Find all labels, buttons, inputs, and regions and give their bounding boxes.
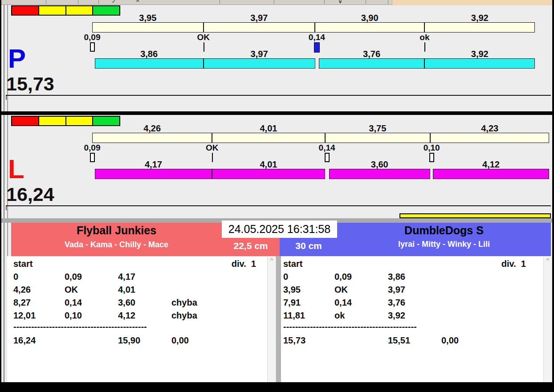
table-cell: 0,09 [65,272,82,282]
toolbar-separator [220,0,220,4]
changeover-label: OK [192,143,232,153]
toolbar-separator [98,0,99,4]
scroll-up-icon[interactable]: ^ [544,257,552,263]
left-result-table [7,256,276,382]
split-time-label: 3,97 [204,13,315,23]
clean-time-cell: 15,51 [388,335,410,346]
total-bar-divider [424,22,425,33]
total-bar-divider [212,133,212,143]
changeover-label: 0,09 [72,143,112,153]
table-cell: 8,27 [13,298,31,308]
table-cell: ok [334,310,345,321]
table-cell: 0,09 [334,272,352,282]
table-cell: 0,14 [334,298,352,308]
chevron-down-icon: v [339,0,342,4]
table-cell: 7,91 [283,298,301,308]
total-time-cell: 16,24 [13,335,36,346]
total-time-bar [92,133,549,143]
window-border-right [552,0,554,392]
split-time-label: 3,92 [424,13,535,23]
split-time-label: 3,75 [325,123,430,134]
total-bar-divider [325,133,326,143]
lane-underline-tick [6,96,7,100]
table-cell: chyba [171,298,197,308]
penalty-cell: 0,00 [441,335,459,346]
row-start-label: start [13,259,33,269]
division-label: div. 1 [212,259,256,269]
changeover-label: 0,09 [72,33,112,42]
start-light-0 [12,117,38,125]
left-table-scrollbar[interactable]: ^ [267,257,276,382]
table-gap-divider [276,256,281,382]
table-cell: 4,12 [118,310,135,321]
right-team-jump-height: 30 cm [280,241,338,251]
changeover-label: ok [404,33,444,42]
leg-bar-segment [319,58,535,69]
toolbar-tan-area [392,0,553,5]
table-cell: 3,86 [388,272,405,282]
scroll-up-icon[interactable]: ^ [268,257,276,263]
lane-letter-l: L [8,156,24,183]
table-cell: OK [334,285,348,295]
lane-total-p: 15,73 [6,74,54,94]
row-start-label: start [283,259,302,269]
total-bar-divider [203,22,204,33]
table-cell: 0 [13,272,18,282]
changeover-marker-outline [90,153,95,162]
leg-bar-segment [329,169,431,179]
total-bar-divider [314,22,315,33]
table-cell: OK [65,285,78,295]
lane-total-l: 16,24 [6,185,54,204]
lane-letter-p: P [8,45,26,72]
toolbar-separator [274,0,274,4]
table-cell: 3,95 [283,285,301,295]
table-separator-line: ----------------------------------------… [283,322,417,332]
leg-time-label: 3,92 [424,49,535,59]
heat-progress-bar-yellow [399,213,551,218]
split-time-label: 4,01 [212,123,325,134]
clean-time-cell: 15,90 [118,335,140,346]
toolbar-separator [78,0,78,4]
leg-time-label: 3,60 [329,159,431,170]
table-cell: 4,26 [13,285,31,295]
lane-underline [6,95,551,96]
table-cell: 4,17 [118,272,135,282]
toolbar-strip[interactable]: ✓^v [1,0,392,5]
window-border-left [0,0,1,392]
start-light-1 [39,6,65,15]
leg-time-label: 4,01 [212,159,325,170]
total-time-cell: 15,73 [283,335,306,346]
changeover-label: OK [183,33,224,42]
changeover-label: 0,14 [307,143,347,153]
leg-bar-segment [95,58,315,69]
check-icon: ✓ [112,0,116,4]
split-time-label: 4,26 [92,123,212,134]
table-cell: 3,76 [388,298,405,308]
total-bar-divider [430,133,431,143]
right-team-dogs: Iyrai - Mitty - Winky - Lili [337,240,551,249]
table-cell: chyba [171,310,197,321]
start-light-2 [66,6,93,15]
leg-bar-divider [212,169,212,179]
table-cell: 4,01 [118,285,135,295]
leg-time-label: 4,12 [433,159,549,170]
right-table-scrollbar[interactable]: ^ [543,257,552,382]
table-cell: 12,01 [13,310,36,321]
start-light-2 [66,117,93,125]
toolbar-separator [46,0,46,4]
start-light-0 [12,6,38,15]
leg-bar-divider [424,58,425,69]
left-team-name: Flyball Junkies [11,224,222,237]
changeover-marker-outline [90,42,95,52]
datetime-display: 24.05.2025 16:31:58 [222,220,337,238]
split-time-label: 3,90 [315,13,424,23]
table-cell: 0,10 [65,310,82,321]
table-cell: 3,92 [388,310,405,321]
left-team-jump-height: 22,5 cm [222,241,280,251]
race-timing-window: ✓^v P 15,73 L 16,24 Flyball Junkies Dumb… [0,0,554,392]
leg-bar-segment [433,169,549,179]
bottom-black-strip [0,382,554,392]
total-time-bar [92,22,535,33]
table-cell: 11,81 [283,310,305,321]
changeover-label: 0,10 [411,143,452,153]
